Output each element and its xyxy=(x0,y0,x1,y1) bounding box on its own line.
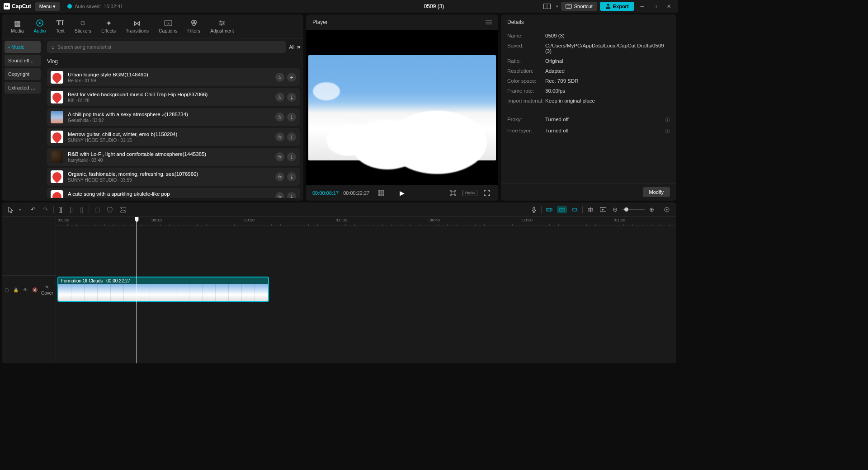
close-button[interactable]: ✕ xyxy=(663,2,675,11)
search-input[interactable] xyxy=(57,44,282,50)
export-button[interactable]: Export xyxy=(600,2,634,11)
track-item[interactable]: Best for video background music Chill Tr… xyxy=(47,88,300,106)
tab-media[interactable]: ▦Media xyxy=(6,17,28,35)
tab-audio[interactable]: Audio xyxy=(29,17,51,35)
redo-button[interactable]: ↷ xyxy=(41,205,50,214)
filter-all[interactable]: All xyxy=(289,44,294,50)
chevron-down-icon[interactable]: ▾ xyxy=(19,207,21,212)
fullscreen-icon[interactable] xyxy=(482,189,492,197)
preview-button[interactable] xyxy=(598,207,608,213)
ruler-tick: :00:20 xyxy=(243,218,255,222)
image-tool[interactable] xyxy=(118,206,128,213)
track-info: Urban lounge style BGM(1148490)Re-lax · … xyxy=(68,72,271,83)
magnet-button[interactable] xyxy=(544,206,554,213)
tab-filters[interactable]: Filters xyxy=(183,17,205,35)
tab-stickers[interactable]: ☺Stickers xyxy=(70,17,96,35)
tab-effects[interactable]: ✦Effects xyxy=(97,17,120,35)
tab-text[interactable]: TIText xyxy=(51,17,69,35)
visibility-icon[interactable]: 👁 xyxy=(23,287,28,292)
layout-button[interactable] xyxy=(541,2,553,11)
align-button[interactable] xyxy=(585,206,595,213)
mask-tool[interactable] xyxy=(105,206,114,214)
detail-proxy-label: Proxy: xyxy=(507,117,545,123)
split-tool[interactable]: ][ xyxy=(57,205,64,214)
ruler-tick: :00:30 xyxy=(336,218,347,222)
favorite-button[interactable]: ☆ xyxy=(275,152,284,161)
app-name: CapCut xyxy=(12,3,31,9)
info-icon[interactable]: ⓘ xyxy=(665,117,670,123)
undo-button[interactable]: ↶ xyxy=(29,205,38,214)
cover-button[interactable]: ✎ Cover xyxy=(41,285,53,296)
collapse-icon[interactable]: ▢ xyxy=(5,287,9,292)
svg-rect-24 xyxy=(381,190,382,192)
track-item[interactable]: A chill pop truck with a sexy atmosphere… xyxy=(47,108,300,126)
ratio-button[interactable]: Ratio xyxy=(462,190,477,196)
svg-point-19 xyxy=(221,24,222,26)
track-item[interactable]: Merrow guitar, chill out, winter, emo b(… xyxy=(47,128,300,146)
maximize-button[interactable]: □ xyxy=(650,2,660,11)
category-music[interactable]: • Music xyxy=(5,41,41,53)
search-box[interactable]: ⌕ xyxy=(47,41,286,53)
favorite-button[interactable]: ☆ xyxy=(275,113,284,122)
favorite-button[interactable]: ☆ xyxy=(275,192,284,198)
player-preview-area[interactable] xyxy=(306,30,498,185)
minimize-button[interactable]: ─ xyxy=(637,2,648,11)
ruler-tick: :00:00 xyxy=(58,218,69,222)
download-button[interactable]: ⭳ xyxy=(287,132,296,141)
add-button[interactable]: + xyxy=(287,73,296,82)
track-thumb xyxy=(51,71,63,84)
zoom-in-button[interactable]: ⊕ xyxy=(647,205,656,214)
logo-icon: ✂ xyxy=(4,3,10,9)
timeline-ruler[interactable]: :00:00:00:10:00:20:00:30:00:40:00:50:01:… xyxy=(56,217,676,226)
track-item[interactable]: R&B with Lo-Fi, light and comfortable at… xyxy=(47,148,300,166)
favorite-button[interactable]: ☆ xyxy=(275,172,284,181)
filter-icon[interactable]: ↑▾ xyxy=(297,44,300,50)
zoom-slider[interactable] xyxy=(622,209,645,210)
favorite-button[interactable]: ☆ xyxy=(275,132,284,141)
quality-icon[interactable] xyxy=(448,189,458,197)
tab-adjustment[interactable]: Adjustment xyxy=(206,17,239,35)
download-button[interactable]: ⭳ xyxy=(287,152,296,161)
download-button[interactable]: ⭳ xyxy=(287,93,296,102)
split-left-tool[interactable]: ]| xyxy=(68,205,75,214)
track-item[interactable]: A cute song with a sparkling ukulele-lik… xyxy=(47,188,300,198)
link-button[interactable] xyxy=(557,206,567,213)
mute-icon[interactable]: 🔇 xyxy=(32,287,38,292)
download-button[interactable]: ⭳ xyxy=(287,172,296,181)
split-right-tool[interactable]: |[ xyxy=(78,205,85,214)
detail-freelayer-label: Free layer: xyxy=(507,128,545,135)
mic-button[interactable] xyxy=(529,206,538,214)
menu-button[interactable]: Menu ▾ xyxy=(35,2,61,11)
favorite-button[interactable]: ☆ xyxy=(275,73,284,82)
track-item[interactable]: Urban lounge style BGM(1148490)Re-lax · … xyxy=(47,68,300,86)
detail-name-label: Name: xyxy=(507,33,545,38)
zoom-out-button[interactable]: ⊖ xyxy=(611,205,619,214)
category-extracted[interactable]: Extracted a... xyxy=(5,82,41,94)
tab-captions[interactable]: ccCaptions xyxy=(154,17,182,35)
grid-icon[interactable] xyxy=(377,189,386,197)
chevron-down-icon: ▾ xyxy=(53,4,56,9)
download-button[interactable]: ⭳ xyxy=(287,113,296,122)
shortcut-button[interactable]: Shortcut xyxy=(561,2,597,11)
category-sound-effects[interactable]: Sound eff... xyxy=(5,55,41,66)
info-icon[interactable]: ⓘ xyxy=(665,128,670,135)
track-item[interactable]: Organic, fashionable, morning, refreshin… xyxy=(47,168,300,186)
titlebar: ✂ CapCut Menu ▾ Auto saved: 15:02:41 050… xyxy=(0,0,678,13)
snap-button[interactable] xyxy=(570,206,580,213)
modify-button[interactable]: Modify xyxy=(643,187,670,197)
favorite-button[interactable]: ☆ xyxy=(275,93,284,102)
video-clip[interactable]: Formation Of Clouds 00:00:22:27 xyxy=(57,277,269,302)
playhead[interactable] xyxy=(137,217,137,363)
select-tool[interactable] xyxy=(6,206,15,214)
svg-rect-26 xyxy=(378,193,380,194)
timeline-tracks[interactable]: :00:00:00:10:00:20:00:30:00:40:00:50:01:… xyxy=(56,217,676,363)
play-button[interactable]: ▶ xyxy=(400,189,405,197)
ruler-tick: :00:50 xyxy=(521,218,533,222)
tab-transitions[interactable]: ⋈Transitions xyxy=(121,17,153,35)
category-copyright[interactable]: Copyright xyxy=(5,68,41,80)
download-button[interactable]: ⭳ xyxy=(287,192,296,198)
crop-tool[interactable]: ▢ xyxy=(93,205,102,214)
player-menu-icon[interactable] xyxy=(486,20,492,24)
lock-icon[interactable]: 🔒 xyxy=(13,287,19,292)
fit-button[interactable] xyxy=(662,206,672,214)
